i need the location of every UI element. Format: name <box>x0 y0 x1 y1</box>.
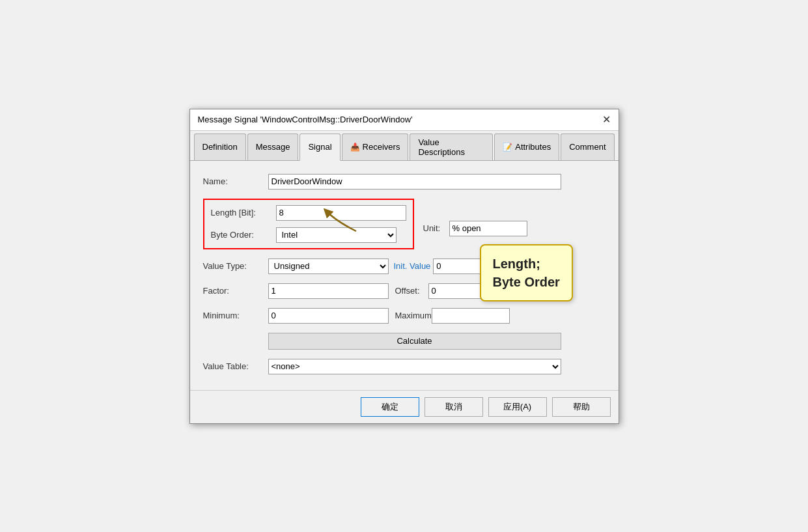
unit-group: Unit: <box>423 221 527 236</box>
maximum-input[interactable] <box>432 308 510 324</box>
tab-definition-label: Definition <box>202 142 238 152</box>
tooltip-line1: Length; <box>493 255 560 273</box>
value-type-label: Value Type: <box>203 261 268 271</box>
tab-message[interactable]: Message <box>247 133 299 160</box>
value-type-select[interactable]: Unsigned Signed Float Double <box>268 259 389 274</box>
tab-value-descriptions-label: Value Descriptions <box>418 137 484 157</box>
tab-value-descriptions[interactable]: Value Descriptions <box>410 133 493 160</box>
length-byteorder-row: Length [Bit]: Byte Order: Intel Motorola… <box>203 199 606 249</box>
tab-comment[interactable]: Comment <box>561 133 614 160</box>
minimum-input[interactable] <box>268 308 389 324</box>
unit-label: Unit: <box>423 223 449 233</box>
form-content: Name: Length [Bit]: Byte Order: Intel Mo… <box>190 161 619 390</box>
confirm-button[interactable]: 确定 <box>361 397 419 417</box>
byte-order-row: Byte Order: Intel Motorola MSB Motorola … <box>211 227 406 243</box>
minimum-row: Minimum: Maximum: <box>203 308 606 324</box>
tab-bar: Definition Message Signal 📥 Receivers Va… <box>190 131 619 161</box>
calculate-button[interactable]: Calculate <box>268 333 561 350</box>
tooltip-arrow-svg <box>324 208 363 234</box>
dialog-window: Message Signal 'WindowControlMsg::Driver… <box>189 109 619 424</box>
tab-signal[interactable]: Signal <box>300 133 340 161</box>
factor-label: Factor: <box>203 286 268 296</box>
dialog-footer: 确定 取消 应用(A) 帮助 <box>190 390 619 423</box>
minimum-label: Minimum: <box>203 311 268 320</box>
cancel-button[interactable]: 取消 <box>425 397 483 417</box>
length-label: Length [Bit]: <box>211 208 276 217</box>
window-title: Message Signal 'WindowControlMsg::Driver… <box>198 115 413 124</box>
maximum-label: Maximum: <box>395 311 428 320</box>
help-button[interactable]: 帮助 <box>552 397 611 417</box>
tab-receivers[interactable]: 📥 Receivers <box>342 133 409 160</box>
init-value-link[interactable]: Init. Value <box>394 261 431 271</box>
length-row: Length [Bit]: <box>211 205 406 221</box>
value-table-row: Value Table: <none> <box>203 359 606 374</box>
tab-comment-label: Comment <box>569 142 606 152</box>
calculate-row: Calculate <box>268 333 606 350</box>
title-bar: Message Signal 'WindowControlMsg::Driver… <box>190 109 619 131</box>
receivers-icon: 📥 <box>350 143 360 152</box>
name-row: Name: <box>203 174 606 189</box>
offset-label: Offset: <box>395 286 425 296</box>
value-table-select[interactable]: <none> <box>268 359 561 374</box>
byte-order-label: Byte Order: <box>211 230 276 240</box>
attributes-icon: 📝 <box>503 143 512 152</box>
tab-receivers-label: Receivers <box>363 142 400 152</box>
tooltip-line2: Byte Order <box>493 273 560 291</box>
tab-definition[interactable]: Definition <box>194 133 246 160</box>
tab-attributes-label: Attributes <box>515 142 551 152</box>
name-input[interactable] <box>268 174 561 189</box>
tab-message-label: Message <box>256 142 290 152</box>
name-label: Name: <box>203 176 268 186</box>
apply-button[interactable]: 应用(A) <box>488 397 547 417</box>
tab-attributes[interactable]: 📝 Attributes <box>494 133 559 160</box>
factor-input[interactable] <box>268 283 389 299</box>
value-table-label: Value Table: <box>203 361 268 371</box>
tooltip-bubble: Length; Byte Order <box>480 244 573 301</box>
tab-signal-label: Signal <box>308 142 331 152</box>
unit-input[interactable] <box>449 221 527 236</box>
close-button[interactable]: ✕ <box>602 115 611 125</box>
highlight-box: Length [Bit]: Byte Order: Intel Motorola… <box>203 199 414 249</box>
